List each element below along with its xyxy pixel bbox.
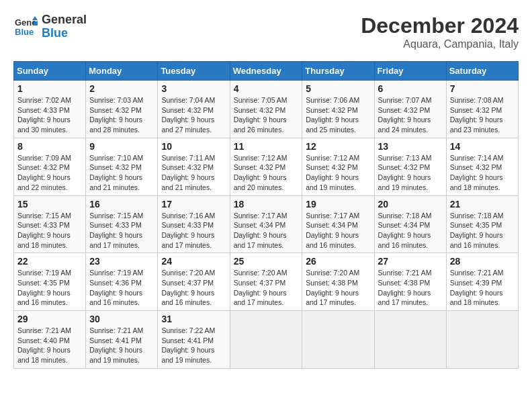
daylight-label: Daylight: 9 hours and 17 minutes. bbox=[89, 231, 142, 249]
day-number: 20 bbox=[378, 199, 443, 210]
sunset-label: Sunset: 4:35 PM bbox=[17, 279, 70, 287]
daylight-label: Daylight: 9 hours and 21 minutes. bbox=[89, 173, 142, 191]
sunrise-label: Sunrise: 7:12 AM bbox=[306, 154, 359, 162]
day-number: 27 bbox=[378, 256, 443, 267]
logo-general: General bbox=[42, 13, 87, 27]
table-row: 12 Sunrise: 7:12 AM Sunset: 4:32 PM Dayl… bbox=[302, 138, 374, 195]
col-wednesday: Wednesday bbox=[230, 62, 302, 81]
daylight-label: Daylight: 9 hours and 24 minutes. bbox=[378, 116, 431, 134]
sunset-label: Sunset: 4:32 PM bbox=[378, 163, 431, 171]
day-number: 3 bbox=[161, 83, 226, 94]
calendar-header-row: Sunday Monday Tuesday Wednesday Thursday… bbox=[14, 62, 519, 81]
day-info: Sunrise: 7:18 AM Sunset: 4:35 PM Dayligh… bbox=[450, 211, 515, 250]
table-row: 25 Sunrise: 7:20 AM Sunset: 4:37 PM Dayl… bbox=[230, 253, 302, 311]
sunset-label: Sunset: 4:36 PM bbox=[89, 279, 142, 287]
daylight-label: Daylight: 9 hours and 16 minutes. bbox=[161, 289, 214, 307]
table-row: 14 Sunrise: 7:14 AM Sunset: 4:32 PM Dayl… bbox=[446, 138, 518, 195]
day-info: Sunrise: 7:17 AM Sunset: 4:34 PM Dayligh… bbox=[234, 211, 299, 250]
daylight-label: Daylight: 9 hours and 17 minutes. bbox=[234, 289, 287, 307]
day-info: Sunrise: 7:20 AM Sunset: 4:37 PM Dayligh… bbox=[234, 268, 299, 308]
table-row: 20 Sunrise: 7:18 AM Sunset: 4:34 PM Dayl… bbox=[374, 195, 446, 253]
day-number: 25 bbox=[234, 256, 299, 267]
table-row bbox=[302, 311, 374, 369]
day-info: Sunrise: 7:11 AM Sunset: 4:32 PM Dayligh… bbox=[161, 153, 226, 193]
sunset-label: Sunset: 4:35 PM bbox=[450, 221, 502, 229]
daylight-label: Daylight: 9 hours and 18 minutes. bbox=[450, 289, 503, 307]
sunrise-label: Sunrise: 7:04 AM bbox=[161, 96, 215, 104]
day-info: Sunrise: 7:02 AM Sunset: 4:33 PM Dayligh… bbox=[17, 95, 82, 135]
sunrise-label: Sunrise: 7:21 AM bbox=[378, 269, 432, 277]
day-info: Sunrise: 7:20 AM Sunset: 4:38 PM Dayligh… bbox=[306, 268, 370, 308]
sunrise-label: Sunrise: 7:15 AM bbox=[17, 212, 71, 220]
col-thursday: Thursday bbox=[302, 62, 374, 81]
sunset-label: Sunset: 4:33 PM bbox=[17, 106, 70, 114]
day-number: 5 bbox=[306, 83, 370, 94]
calendar-week-row: 22 Sunrise: 7:19 AM Sunset: 4:35 PM Dayl… bbox=[14, 253, 519, 311]
sunrise-label: Sunrise: 7:12 AM bbox=[234, 154, 287, 162]
daylight-label: Daylight: 9 hours and 18 minutes. bbox=[450, 173, 503, 191]
table-row: 23 Sunrise: 7:19 AM Sunset: 4:36 PM Dayl… bbox=[86, 253, 158, 311]
sunset-label: Sunset: 4:33 PM bbox=[17, 221, 70, 229]
sunrise-label: Sunrise: 7:18 AM bbox=[450, 212, 504, 220]
daylight-label: Daylight: 9 hours and 17 minutes. bbox=[306, 289, 359, 307]
sunrise-label: Sunrise: 7:20 AM bbox=[234, 269, 287, 277]
sunrise-label: Sunrise: 7:07 AM bbox=[378, 96, 432, 104]
col-tuesday: Tuesday bbox=[158, 62, 230, 81]
day-info: Sunrise: 7:19 AM Sunset: 4:35 PM Dayligh… bbox=[17, 268, 82, 308]
sunset-label: Sunset: 4:32 PM bbox=[306, 163, 358, 171]
sunset-label: Sunset: 4:41 PM bbox=[89, 336, 142, 345]
sunset-label: Sunset: 4:37 PM bbox=[161, 279, 214, 287]
table-row: 3 Sunrise: 7:04 AM Sunset: 4:32 PM Dayli… bbox=[158, 81, 230, 138]
daylight-label: Daylight: 9 hours and 17 minutes. bbox=[378, 289, 431, 307]
sunrise-label: Sunrise: 7:17 AM bbox=[306, 212, 359, 220]
table-row: 10 Sunrise: 7:11 AM Sunset: 4:32 PM Dayl… bbox=[158, 138, 230, 195]
svg-marker-3 bbox=[34, 21, 38, 26]
sunset-label: Sunset: 4:32 PM bbox=[234, 106, 286, 114]
col-monday: Monday bbox=[86, 62, 158, 81]
day-number: 18 bbox=[234, 199, 299, 210]
table-row: 29 Sunrise: 7:21 AM Sunset: 4:40 PM Dayl… bbox=[14, 311, 86, 369]
table-row: 5 Sunrise: 7:06 AM Sunset: 4:32 PM Dayli… bbox=[302, 81, 374, 138]
sunset-label: Sunset: 4:32 PM bbox=[89, 163, 142, 171]
sunset-label: Sunset: 4:33 PM bbox=[89, 221, 142, 229]
table-row: 26 Sunrise: 7:20 AM Sunset: 4:38 PM Dayl… bbox=[302, 253, 374, 311]
daylight-label: Daylight: 9 hours and 16 minutes. bbox=[306, 231, 359, 249]
calendar-week-row: 15 Sunrise: 7:15 AM Sunset: 4:33 PM Dayl… bbox=[14, 195, 519, 253]
table-row: 17 Sunrise: 7:16 AM Sunset: 4:33 PM Dayl… bbox=[158, 195, 230, 253]
sunrise-label: Sunrise: 7:05 AM bbox=[234, 96, 287, 104]
sunrise-label: Sunrise: 7:20 AM bbox=[161, 269, 215, 277]
day-info: Sunrise: 7:15 AM Sunset: 4:33 PM Dayligh… bbox=[17, 211, 82, 250]
sunset-label: Sunset: 4:34 PM bbox=[378, 221, 431, 229]
table-row: 18 Sunrise: 7:17 AM Sunset: 4:34 PM Dayl… bbox=[230, 195, 302, 253]
col-sunday: Sunday bbox=[14, 62, 86, 81]
sunset-label: Sunset: 4:32 PM bbox=[450, 106, 502, 114]
table-row: 13 Sunrise: 7:13 AM Sunset: 4:32 PM Dayl… bbox=[374, 138, 446, 195]
sunrise-label: Sunrise: 7:21 AM bbox=[450, 269, 504, 277]
title-block: December 2024 Aquara, Campania, Italy bbox=[361, 13, 519, 50]
day-info: Sunrise: 7:12 AM Sunset: 4:32 PM Dayligh… bbox=[234, 153, 299, 193]
day-number: 30 bbox=[89, 314, 154, 324]
location: Aquara, Campania, Italy bbox=[361, 38, 519, 50]
day-info: Sunrise: 7:09 AM Sunset: 4:32 PM Dayligh… bbox=[17, 153, 82, 193]
sunset-label: Sunset: 4:32 PM bbox=[378, 106, 431, 114]
day-info: Sunrise: 7:10 AM Sunset: 4:32 PM Dayligh… bbox=[89, 153, 154, 193]
sunrise-label: Sunrise: 7:11 AM bbox=[161, 154, 215, 162]
day-info: Sunrise: 7:06 AM Sunset: 4:32 PM Dayligh… bbox=[306, 95, 370, 135]
calendar-week-row: 1 Sunrise: 7:02 AM Sunset: 4:33 PM Dayli… bbox=[14, 81, 519, 138]
calendar-table: Sunday Monday Tuesday Wednesday Thursday… bbox=[13, 61, 519, 369]
day-number: 10 bbox=[161, 141, 226, 152]
sunrise-label: Sunrise: 7:03 AM bbox=[89, 96, 143, 104]
sunrise-label: Sunrise: 7:19 AM bbox=[17, 269, 71, 277]
table-row: 1 Sunrise: 7:02 AM Sunset: 4:33 PM Dayli… bbox=[14, 81, 86, 138]
daylight-label: Daylight: 9 hours and 18 minutes. bbox=[17, 346, 71, 364]
sunset-label: Sunset: 4:34 PM bbox=[306, 221, 358, 229]
calendar-week-row: 29 Sunrise: 7:21 AM Sunset: 4:40 PM Dayl… bbox=[14, 311, 519, 369]
table-row: 22 Sunrise: 7:19 AM Sunset: 4:35 PM Dayl… bbox=[14, 253, 86, 311]
sunset-label: Sunset: 4:32 PM bbox=[450, 163, 502, 171]
day-info: Sunrise: 7:18 AM Sunset: 4:34 PM Dayligh… bbox=[378, 211, 443, 250]
daylight-label: Daylight: 9 hours and 16 minutes. bbox=[17, 289, 71, 307]
day-info: Sunrise: 7:17 AM Sunset: 4:34 PM Dayligh… bbox=[306, 211, 370, 250]
table-row: 6 Sunrise: 7:07 AM Sunset: 4:32 PM Dayli… bbox=[374, 81, 446, 138]
table-row: 21 Sunrise: 7:18 AM Sunset: 4:35 PM Dayl… bbox=[446, 195, 518, 253]
sunrise-label: Sunrise: 7:02 AM bbox=[17, 96, 71, 104]
